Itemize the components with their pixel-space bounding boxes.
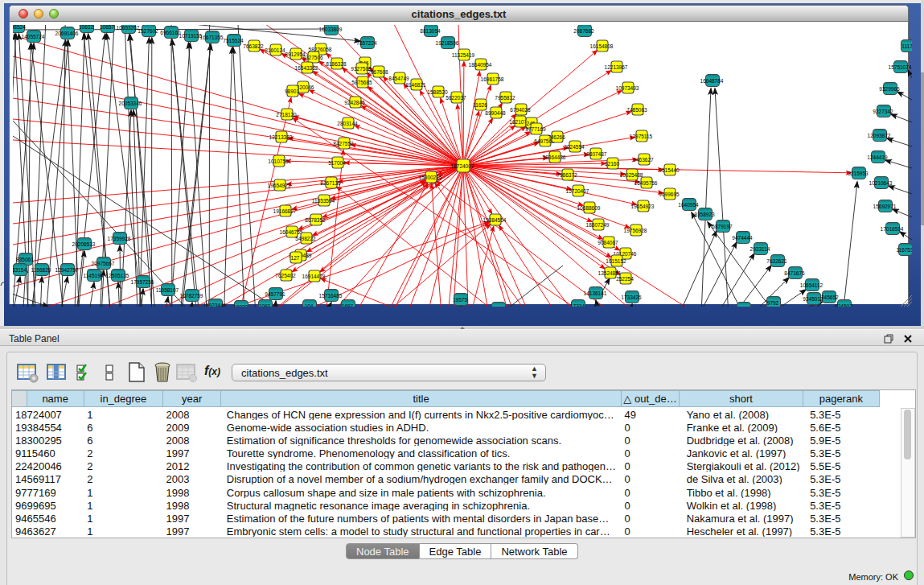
svg-text:1640954: 1640954 [678,202,699,208]
svg-text:7632621: 7632621 [766,258,787,264]
svg-text:9699695: 9699695 [659,192,680,197]
svg-text:62160: 62160 [605,161,619,167]
svg-text:1615152: 1615152 [606,258,626,264]
svg-text:8796: 8796 [737,306,749,307]
svg-text:6966160: 6966160 [160,30,181,35]
svg-text:1697: 1697 [342,303,354,307]
svg-text:11325419: 11325419 [452,52,475,58]
svg-text:924502: 924502 [835,303,852,307]
svg-text:9327506: 9327506 [302,55,323,60]
svg-text:19654923: 19654923 [268,183,291,188]
svg-text:16671355: 16671355 [200,35,224,40]
svg-text:517004: 517004 [328,160,346,166]
svg-text:104: 104 [305,303,314,307]
svg-text:9463627: 9463627 [633,157,654,163]
svg-text:7485063: 7485063 [626,107,647,113]
svg-text:10210643: 10210643 [869,180,893,186]
svg-text:98901: 98901 [285,89,299,94]
svg-text:19575: 19575 [453,297,467,303]
svg-text:15720407: 15720407 [566,188,589,194]
svg-text:9777169: 9777169 [525,126,546,132]
svg-text:10997: 10997 [491,306,505,307]
svg-text:9245012: 9245012 [803,296,823,302]
svg-text:127: 127 [291,255,300,261]
svg-text:20691406: 20691406 [55,31,79,36]
svg-text:7986372: 7986372 [556,172,577,178]
svg-text:11626: 11626 [473,102,487,108]
svg-text:1244419: 1244419 [867,154,888,160]
svg-text:10973493: 10973493 [616,85,639,91]
svg-text:13524851: 13524851 [598,270,622,276]
svg-text:19654923: 19654923 [631,204,655,209]
svg-text:1010755: 1010755 [268,159,289,164]
svg-text:8813054: 8813054 [420,28,441,34]
svg-text:12975115: 12975115 [630,134,653,139]
svg-text:17359928: 17359928 [108,236,131,241]
svg-text:15300215: 15300215 [419,175,442,180]
svg-text:20206533: 20206533 [72,241,96,247]
svg-text:20975667: 20975667 [92,261,115,266]
svg-text:12505135: 12505135 [106,273,129,278]
svg-text:10657: 10657 [100,25,114,30]
svg-text:20053346: 20053346 [119,101,142,106]
svg-text:15716485: 15716485 [319,293,343,299]
svg-text:16154808: 16154808 [590,43,614,49]
svg-text:116753: 116753 [896,247,912,253]
svg-text:8160124: 8160124 [265,47,285,53]
svg-text:1117: 1117 [901,43,912,49]
svg-text:5498222: 5498222 [295,236,316,241]
svg-text:11923446: 11923446 [203,303,227,307]
svg-text:9792: 9792 [767,300,779,306]
svg-text:19756928: 19756928 [624,228,647,233]
svg-text:19218506: 19218506 [436,40,459,46]
svg-text:2803144: 2803144 [337,121,358,126]
svg-text:10719155: 10719155 [179,33,203,39]
svg-text:12942757: 12942757 [55,267,79,273]
svg-text:17016504: 17016504 [881,226,904,232]
svg-text:835061: 835061 [16,257,34,262]
svg-text:18640954: 18640954 [469,62,492,68]
svg-text:10653267: 10653267 [117,25,140,31]
svg-text:2933114: 2933114 [750,246,770,252]
svg-text:10025488: 10025488 [620,172,643,178]
svg-text:8678352: 8678352 [305,217,326,223]
svg-text:9146821: 9146821 [405,82,426,88]
svg-text:7515524: 7515524 [223,38,244,43]
svg-text:8990448: 8990448 [485,110,506,116]
svg-text:12213383: 12213383 [269,134,293,140]
svg-text:33154: 33154 [13,267,27,273]
svg-text:16033809: 16033809 [319,27,343,32]
svg-text:12213967: 12213967 [605,64,628,70]
svg-text:9084067: 9084067 [598,240,618,245]
svg-text:1527602: 1527602 [138,28,158,34]
svg-text:8267130: 8267130 [320,180,341,186]
svg-text:9474444: 9474444 [732,235,753,241]
svg-text:16046755: 16046755 [280,229,303,235]
svg-text:16648784: 16648784 [700,78,724,84]
svg-text:10632: 10632 [79,25,93,30]
svg-text:16914479: 16914479 [302,274,326,279]
svg-text:16961758: 16961758 [481,76,504,82]
svg-text:7625402: 7625402 [275,273,296,278]
svg-text:9227342: 9227342 [873,109,893,114]
svg-text:9358923: 9358923 [694,212,715,217]
svg-text:9329966: 9329966 [879,86,900,92]
svg-text:10807487: 10807487 [584,151,607,157]
svg-text:9515440: 9515440 [659,167,680,173]
svg-text:19384554: 19384554 [483,217,507,223]
svg-text:15692971: 15692971 [873,204,897,209]
svg-text:2718120: 2718120 [276,112,297,117]
svg-text:1733426: 1733426 [621,295,642,300]
svg-text:7663822: 7663822 [243,43,264,49]
svg-text:20364436: 20364436 [543,154,566,160]
svg-text:1588520: 1588520 [427,89,448,95]
svg-text:17957255: 17957255 [131,279,154,285]
svg-text:2087682: 2087682 [573,28,594,34]
svg-text:16495756: 16495756 [634,180,658,186]
svg-text:3215953: 3215953 [848,171,869,176]
svg-text:3024554: 3024554 [564,144,585,150]
svg-text:14136141: 14136141 [584,290,607,296]
svg-text:1092: 1092 [259,303,271,307]
svg-text:16782759: 16782759 [180,293,203,299]
svg-text:17334: 17334 [570,303,585,307]
